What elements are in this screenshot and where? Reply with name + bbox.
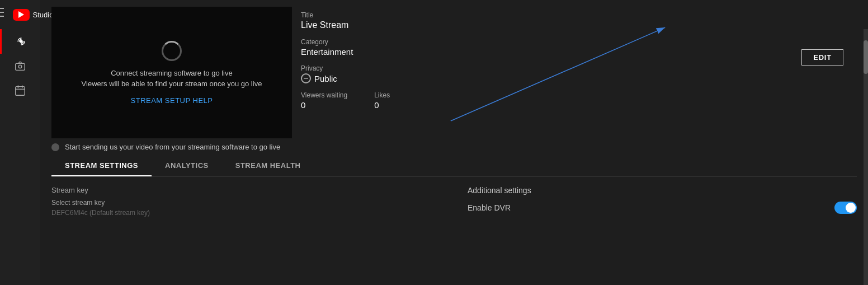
enable-dvr-toggle[interactable] bbox=[834, 202, 857, 214]
camera-icon bbox=[13, 59, 27, 73]
calendar-icon bbox=[13, 84, 27, 97]
stream-key-section: Stream key Select stream key DEFC6Ml4c (… bbox=[51, 186, 441, 217]
tab-stream-health[interactable]: STREAM HEALTH bbox=[222, 156, 314, 176]
stats-row: Viewers waiting 0 Likes 0 bbox=[301, 91, 857, 110]
status-row: Start sending us your video from your st… bbox=[51, 138, 857, 156]
category-value: Entertainment bbox=[301, 47, 857, 57]
additional-settings-title: Additional settings bbox=[468, 186, 857, 195]
likes-value: 0 bbox=[374, 100, 390, 110]
video-preview: Connect streaming software to go live Vi… bbox=[51, 7, 292, 138]
sidebar-item-calendar[interactable] bbox=[0, 78, 40, 103]
stream-category-field: Category Entertainment bbox=[301, 38, 857, 57]
hamburger-menu[interactable] bbox=[0, 1, 10, 24]
settings-area: Stream key Select stream key DEFC6Ml4c (… bbox=[51, 177, 857, 217]
svg-rect-3 bbox=[16, 87, 25, 96]
stream-setup-help-link[interactable]: STREAM SETUP HELP bbox=[131, 96, 213, 105]
viewers-label: Viewers waiting bbox=[301, 91, 347, 99]
loading-spinner bbox=[162, 41, 182, 61]
title-label: Title bbox=[301, 11, 857, 19]
title-value: Live Stream bbox=[301, 20, 857, 30]
scrollbar-thumb[interactable] bbox=[864, 40, 868, 74]
edit-button[interactable]: EDIT bbox=[801, 49, 843, 66]
privacy-value: Public bbox=[314, 74, 337, 83]
privacy-label: Privacy bbox=[301, 64, 857, 72]
scrollbar-track[interactable] bbox=[864, 29, 868, 285]
sidebar-item-photos[interactable] bbox=[0, 54, 40, 78]
stream-title-field: Title Live Stream bbox=[301, 11, 857, 30]
tab-analytics[interactable]: ANALYTICS bbox=[152, 156, 222, 176]
youtube-logo-icon bbox=[13, 9, 30, 21]
stream-key-value: DEFC6Ml4c (Default stream key) bbox=[51, 209, 441, 217]
top-section: Connect streaming software to go live Vi… bbox=[51, 7, 857, 138]
privacy-row: Public bbox=[301, 73, 857, 83]
broadcast-icon bbox=[15, 35, 28, 48]
main-content: Connect streaming software to go live Vi… bbox=[40, 0, 868, 285]
stream-info-panel: Title Live Stream Category Entertainment… bbox=[301, 7, 857, 138]
viewers-value: 0 bbox=[301, 100, 347, 110]
enable-dvr-label: Enable DVR bbox=[468, 203, 511, 212]
tab-stream-settings[interactable]: STREAM SETTINGS bbox=[51, 156, 152, 176]
likes-label: Likes bbox=[374, 91, 390, 99]
sidebar: Studio bbox=[0, 0, 40, 285]
stream-privacy-field: Privacy Public bbox=[301, 64, 857, 83]
dvr-setting-row: Enable DVR bbox=[468, 202, 857, 214]
viewers-waiting-field: Viewers waiting 0 bbox=[301, 91, 347, 110]
svg-point-0 bbox=[20, 40, 23, 43]
stream-key-title: Stream key bbox=[51, 186, 441, 194]
tabs-bar: STREAM SETTINGS ANALYTICS STREAM HEALTH bbox=[51, 156, 857, 177]
content-body: Connect streaming software to go live Vi… bbox=[40, 0, 868, 285]
additional-settings-section: Additional settings Enable DVR bbox=[468, 186, 857, 217]
video-preview-text: Connect streaming software to go live Vi… bbox=[82, 68, 262, 90]
likes-field: Likes 0 bbox=[374, 91, 390, 110]
svg-rect-1 bbox=[16, 63, 25, 70]
category-label: Category bbox=[301, 38, 857, 46]
status-text: Start sending us your video from your st… bbox=[65, 143, 280, 151]
svg-point-2 bbox=[18, 65, 22, 68]
stream-key-label: Select stream key bbox=[51, 199, 441, 207]
globe-icon bbox=[301, 73, 311, 83]
status-indicator bbox=[51, 143, 59, 151]
sidebar-item-live[interactable] bbox=[0, 29, 40, 54]
